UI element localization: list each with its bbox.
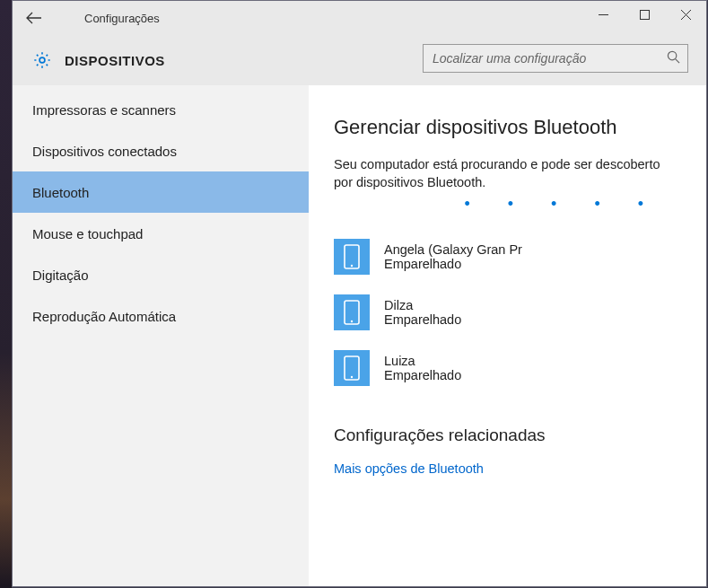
svg-point-8	[351, 264, 353, 266]
device-info: Luiza Emparelhado	[384, 354, 461, 382]
close-icon	[681, 10, 691, 20]
svg-line-6	[676, 59, 680, 64]
device-info: Dilza Emparelhado	[384, 298, 461, 327]
sidebar-item-autoplay[interactable]: Reprodução Automática	[13, 295, 309, 337]
sidebar-item-mouse-touchpad[interactable]: Mouse e touchpad	[13, 213, 309, 254]
device-name: Dilza	[384, 298, 461, 312]
search-input[interactable]	[433, 51, 667, 66]
maximize-button[interactable]	[624, 1, 665, 28]
related-settings-title: Configurações relacionadas	[334, 426, 681, 445]
svg-point-10	[351, 320, 353, 321]
page-description: Seu computador está procurando e pode se…	[334, 155, 681, 192]
device-row[interactable]: Luiza Emparelhado	[334, 343, 681, 393]
sidebar-item-printers[interactable]: Impressoras e scanners	[13, 89, 309, 130]
close-button[interactable]	[665, 1, 706, 28]
svg-rect-1	[640, 10, 649, 19]
sidebar-item-bluetooth[interactable]: Bluetooth	[13, 171, 309, 213]
phone-icon	[334, 350, 370, 386]
back-button[interactable]	[13, 1, 56, 35]
header: DISPOSITIVOS	[13, 35, 706, 85]
searching-progress-dots: •••••	[334, 201, 681, 210]
device-row[interactable]: Dilza Emparelhado	[334, 287, 681, 338]
svg-point-4	[39, 57, 45, 63]
device-status: Emparelhado	[384, 368, 461, 382]
sidebar-item-label: Dispositivos conectados	[32, 144, 177, 159]
device-row[interactable]: Angela (Galaxy Gran Pr Emparelhado	[334, 232, 681, 282]
device-name: Angela (Galaxy Gran Pr	[384, 242, 522, 257]
section-title: DISPOSITIVOS	[65, 53, 165, 68]
search-icon[interactable]	[667, 50, 680, 66]
sidebar-item-label: Bluetooth	[32, 185, 89, 200]
device-status: Emparelhado	[384, 312, 461, 327]
device-info: Angela (Galaxy Gran Pr Emparelhado	[384, 242, 522, 271]
device-name: Luiza	[384, 354, 461, 368]
maximize-icon	[640, 10, 650, 20]
sidebar-item-label: Digitação	[32, 268, 89, 283]
svg-point-12	[351, 375, 353, 377]
device-status: Emparelhado	[384, 257, 522, 271]
search-box[interactable]	[423, 44, 688, 73]
sidebar-item-typing[interactable]: Digitação	[13, 254, 309, 295]
minimize-button[interactable]	[582, 1, 624, 28]
gear-icon	[32, 50, 52, 70]
more-bluetooth-options-link[interactable]: Mais opções de Bluetooth	[334, 461, 681, 476]
desktop-background	[0, 0, 12, 588]
titlebar: Configurações	[13, 1, 706, 35]
body: Impressoras e scanners Dispositivos cone…	[13, 85, 706, 586]
content-pane: Gerenciar dispositivos Bluetooth Seu com…	[309, 85, 706, 586]
phone-icon	[334, 239, 370, 275]
phone-icon	[334, 294, 370, 330]
window-controls	[582, 1, 706, 28]
minimize-icon	[599, 10, 608, 20]
sidebar: Impressoras e scanners Dispositivos cone…	[13, 85, 309, 586]
sidebar-item-label: Reprodução Automática	[32, 309, 176, 324]
window-title: Configurações	[84, 12, 160, 25]
back-arrow-icon	[26, 12, 42, 24]
sidebar-item-label: Mouse e touchpad	[32, 226, 143, 241]
settings-window: Configurações DISPOSITIVOS	[12, 0, 707, 587]
device-list: Angela (Galaxy Gran Pr Emparelhado Dilza…	[334, 232, 681, 393]
sidebar-item-label: Impressoras e scanners	[32, 102, 176, 118]
svg-point-5	[668, 51, 676, 59]
sidebar-item-connected-devices[interactable]: Dispositivos conectados	[13, 130, 309, 171]
page-title: Gerenciar dispositivos Bluetooth	[334, 116, 681, 139]
